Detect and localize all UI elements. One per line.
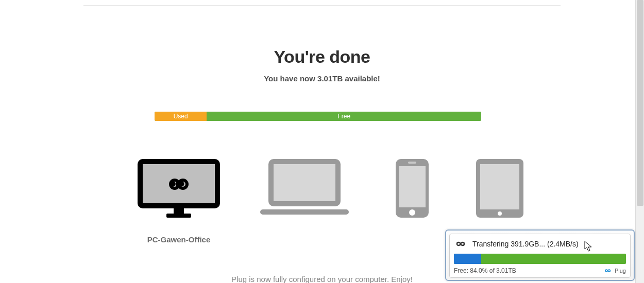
svg-rect-2 [174, 208, 184, 214]
transfer-popup-inner: Transfering 391.9GB... (2.4MB/s) Free: 8… [449, 234, 631, 278]
tablet-icon [476, 159, 523, 218]
infinity-icon [456, 239, 467, 249]
scrollbar-thumb[interactable] [637, 0, 643, 206]
popup-progress-used [454, 254, 481, 264]
device-laptop[interactable] [256, 159, 353, 244]
svg-rect-14 [480, 164, 519, 209]
desktop-icon [138, 159, 220, 218]
page-scrollbar[interactable] [635, 0, 644, 283]
device-phone[interactable] [381, 159, 443, 244]
infinity-icon [604, 268, 613, 274]
svg-rect-12 [408, 162, 416, 164]
svg-rect-3 [166, 214, 191, 218]
popup-free-text: Free: 84.0% of 3.01TB [454, 267, 516, 274]
page-title: You're done [83, 47, 561, 67]
svg-point-15 [498, 211, 502, 216]
storage-bar: Used Free [155, 112, 481, 121]
svg-rect-7 [274, 164, 335, 201]
laptop-icon [260, 159, 349, 218]
subtitle-prefix: You have now [264, 74, 317, 83]
popup-header: Transfering 391.9GB... (2.4MB/s) [454, 237, 626, 254]
popup-progress-bar [454, 254, 626, 264]
device-label: PC-Gawen-Office [147, 235, 211, 244]
popup-status-text: Transfering 391.9GB... (2.4MB/s) [472, 240, 579, 248]
device-desktop[interactable]: PC-Gawen-Office [130, 159, 228, 244]
transfer-popup: Transfering 391.9GB... (2.4MB/s) Free: 8… [445, 229, 635, 281]
subtitle-amount: 3.01TB [317, 74, 343, 83]
storage-used-segment: Used [155, 112, 207, 121]
subtitle: You have now 3.01TB available! [83, 74, 561, 83]
divider [83, 5, 561, 6]
phone-icon [396, 159, 429, 218]
subtitle-suffix: available! [343, 74, 380, 83]
svg-point-11 [409, 209, 415, 216]
brand-text: Plug [615, 268, 626, 274]
svg-rect-10 [399, 166, 426, 207]
storage-free-segment: Free [207, 112, 481, 121]
popup-footer: Free: 84.0% of 3.01TB Plug [454, 267, 626, 274]
brand-badge: Plug [604, 268, 626, 274]
svg-rect-8 [260, 209, 349, 215]
